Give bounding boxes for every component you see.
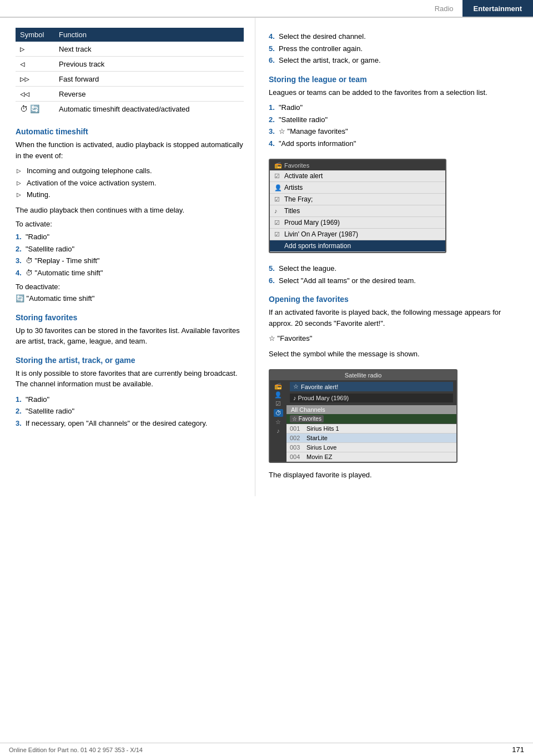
header-radio-label: Radio — [426, 0, 462, 17]
nav-icon-radio: 📻 — [274, 382, 282, 390]
screen2-alert-text: Favorite alert! — [301, 384, 338, 390]
header-entertainment-label: Entertainment — [462, 0, 533, 17]
list-item: 6. Select "Add all teams" or the desired… — [269, 275, 520, 286]
screen2-channel-row: 004Movin EZ — [286, 452, 456, 462]
nav-icon-music: ♪ — [276, 427, 280, 434]
channel-name: StarLite — [306, 435, 453, 441]
para-displayed-favorite: The displayed favorite is played. — [269, 470, 520, 481]
list-item: 4. ⏱ "Automatic time shift" — [16, 268, 244, 279]
channel-name: Movin EZ — [306, 453, 453, 460]
para-opening-favorites-2: ☆ "Favorites" — [269, 333, 520, 344]
left-column: Symbol Function ▷Next track◁Previous tra… — [0, 18, 255, 496]
screen-row-text: Livin' On A Prayer (1987) — [284, 230, 358, 238]
screen1-row: ☑Activate alert — [270, 170, 445, 182]
screen2-channel-row: 002StarLite — [286, 434, 456, 443]
list-item: 1. "Radio" — [16, 394, 244, 405]
list-item: 2. "Satellite radio" — [16, 244, 244, 255]
screen2-alert-icon: ☆ — [293, 383, 299, 390]
para-storing-league: Leagues or teams can be added to the fav… — [269, 87, 520, 98]
para-storing-artist: It is only possible to store favorites t… — [16, 368, 244, 390]
screen-row-icon: ☑ — [274, 219, 284, 226]
to-deactivate-label: To deactivate: — [16, 283, 244, 291]
para-opening-favorites-3: Select the symbol while the message is s… — [269, 349, 520, 360]
screen2-song-row: ♪ Proud Mary (1969) — [290, 394, 453, 402]
screen2-channel-row: 001Sirius Hits 1 — [286, 424, 456, 434]
page-number: 171 — [512, 745, 524, 754]
screen-favorites: 📻 Favorites ☑Activate alert👤Artists☑The … — [269, 159, 446, 253]
page-footer: Online Edition for Part no. 01 40 2 957 … — [0, 743, 533, 756]
table-cell-symbol: ▷ — [16, 42, 54, 57]
table-cell-symbol: ◁ — [16, 57, 54, 72]
nav-icon-star: ☆ — [275, 419, 281, 426]
heading-opening-favorites: Opening the favorites — [269, 295, 520, 304]
screen2-alert-row: ☆ Favorite alert! — [290, 382, 453, 391]
table-cell-function: Next track — [54, 42, 244, 57]
table-header-symbol: Symbol — [16, 28, 54, 42]
main-content: Symbol Function ▷Next track◁Previous tra… — [0, 18, 533, 496]
screen2-channel-header: All Channels — [286, 405, 456, 414]
screen2-titlebar: Satellite radio — [270, 370, 456, 380]
screen2-top-section: ☆ Favorite alert! ♪ Proud Mary (1969) — [286, 380, 456, 405]
screen2-main: ☆ Favorite alert! ♪ Proud Mary (1969) Al… — [286, 380, 456, 462]
screen-row-text: Artists — [284, 184, 303, 191]
screen1-row: Add sports information — [270, 240, 445, 252]
screen1-row: ♪Titles — [270, 205, 445, 217]
table-cell-function: Automatic timeshift deactivated/activate… — [54, 102, 244, 117]
artist-steps-right: 4. Select the desired channel. 5. Press … — [269, 31, 520, 66]
screen1-row: ☑The Fray; — [270, 194, 445, 205]
league-steps-after: 5. Select the league.6. Select "Add all … — [269, 263, 520, 286]
screen-row-text: The Fray; — [284, 195, 313, 203]
para-audio-delay: The audio playback then continues with a… — [16, 205, 244, 216]
symbol-timeshift-act: 🔄 — [30, 104, 39, 113]
screen-row-text: Proud Mary (1969) — [284, 219, 340, 226]
para-storing-favorites: Up to 30 favorites can be stored in the … — [16, 325, 244, 347]
heading-automatic-timeshift: Automatic timeshift — [16, 127, 244, 136]
screen-row-text: Titles — [284, 207, 300, 215]
screen2-nav: 📻 👤 ☑ ⏱ ☆ ♪ — [270, 380, 286, 462]
screen2-fav-overlay: ☆ Favorites — [286, 414, 456, 424]
screen2-channel-row: 003Sirius Love — [286, 443, 456, 452]
artist-steps: 1. "Radio"2. "Satellite radio"3. If nece… — [16, 394, 244, 429]
screen1-title: Favorites — [284, 162, 309, 169]
channel-name: Sirius Love — [306, 444, 453, 451]
screen2-channels: ☆ Favorites001Sirius Hits 1002StarLite00… — [286, 414, 456, 462]
screen1-row: 👤Artists — [270, 182, 445, 194]
symbol-timeshift-deact: ⏱ — [20, 104, 28, 113]
para-opening-favorites-1: If an activated favorite is played back,… — [269, 307, 520, 329]
table-cell-symbol: ◁◁ — [16, 87, 54, 102]
deactivate-step: 🔄 "Automatic time shift" — [16, 293, 244, 304]
heading-storing-league: Storing the league or team — [269, 75, 520, 84]
list-item: 3. ⏱ "Replay - Time shift" — [16, 255, 244, 266]
bullet-item: Activation of the voice activation syste… — [16, 178, 244, 189]
table-cell-function: Previous track — [54, 57, 244, 72]
table-header-function: Function — [54, 28, 244, 42]
bullet-item: Incoming and outgoing telephone calls. — [16, 165, 244, 177]
screen-row-text: Activate alert — [284, 172, 323, 180]
channel-num: 001 — [290, 425, 306, 432]
list-item: 5. Press the controller again. — [269, 43, 520, 54]
nav-icon-artist: 👤 — [274, 391, 282, 399]
screen2-body: 📻 👤 ☑ ⏱ ☆ ♪ ☆ Favorite alert! — [270, 380, 456, 462]
list-item: 1. "Radio" — [269, 102, 520, 113]
channel-name: Sirius Hits 1 — [306, 425, 453, 432]
screen1-body: ☑Activate alert👤Artists☑The Fray;♪Titles… — [270, 170, 445, 252]
para-auto-timeshift-intro: When the function is activated, audio pl… — [16, 139, 244, 161]
screen2-song-icon: ♪ — [293, 395, 296, 401]
screen1-row: ☑Proud Mary (1969) — [270, 217, 445, 229]
league-steps: 1. "Radio"2. "Satellite radio"3. ☆ "Mana… — [269, 102, 520, 149]
right-column: 4. Select the desired channel. 5. Press … — [255, 18, 533, 496]
footer-text: Online Edition for Part no. 01 40 2 957 … — [9, 747, 143, 753]
screen-satellite-radio: Satellite radio 📻 👤 ☑ ⏱ ☆ ♪ ☆ — [269, 369, 457, 463]
bullet-item: Muting. — [16, 189, 244, 200]
screen-row-text: Add sports information — [284, 242, 351, 250]
screen-row-icon: ☑ — [274, 196, 284, 203]
screen1-titlebar: 📻 Favorites — [270, 160, 445, 170]
table-cell-function: Fast forward — [54, 72, 244, 87]
nav-icon-check: ☑ — [275, 400, 281, 407]
page-header: Radio Entertainment — [0, 0, 533, 18]
screen1-row: ☑Livin' On A Prayer (1987) — [270, 229, 445, 240]
heading-storing-artist: Storing the artist, track, or game — [16, 356, 244, 365]
to-activate-label: To activate: — [16, 220, 244, 228]
screen-row-icon: 👤 — [274, 184, 284, 191]
heading-storing-favorites: Storing favorites — [16, 313, 244, 322]
